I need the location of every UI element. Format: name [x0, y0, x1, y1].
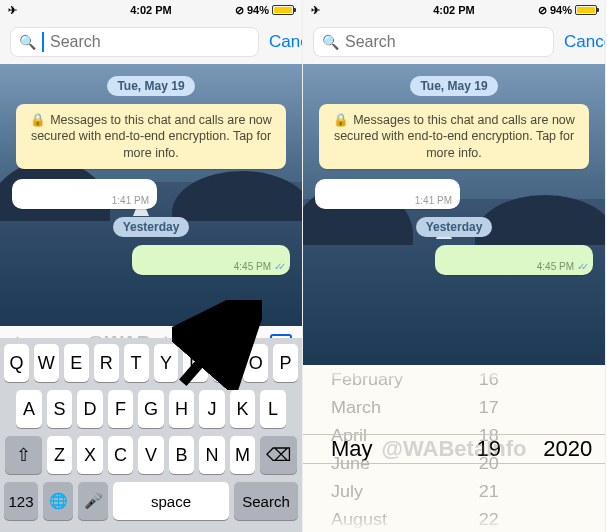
key-b[interactable]: B — [169, 436, 195, 474]
key-s[interactable]: S — [47, 390, 73, 428]
key-k[interactable]: K — [230, 390, 256, 428]
key-z[interactable]: Z — [47, 436, 73, 474]
key-j[interactable]: J — [199, 390, 225, 428]
picker-item[interactable]: June — [331, 449, 387, 476]
picker-item[interactable]: 20 — [479, 449, 499, 476]
encryption-text: Messages to this chat and calls are now … — [334, 113, 575, 160]
key-q[interactable]: Q — [4, 344, 29, 382]
key-y[interactable]: Y — [154, 344, 179, 382]
message-time: 1:41 PM — [415, 195, 452, 206]
key-d[interactable]: D — [77, 390, 103, 428]
numbers-key[interactable]: 123 — [4, 482, 38, 520]
picker-year-wheel[interactable]: 2020 — [530, 365, 605, 532]
rotation-lock-icon: ⊘ — [235, 4, 244, 17]
outgoing-message[interactable]: 4:45 PM✓✓ — [132, 245, 290, 275]
outgoing-message[interactable]: 4:45 PM✓✓ — [435, 245, 593, 275]
chat-area[interactable]: Tue, May 19 🔒Messages to this chat and c… — [303, 64, 605, 365]
key-m[interactable]: M — [230, 436, 256, 474]
search-field[interactable]: 🔍 — [10, 27, 259, 57]
read-ticks-icon: ✓✓ — [577, 261, 585, 272]
cancel-button[interactable]: Cancel — [269, 32, 303, 52]
airplane-mode-icon: ✈ — [8, 4, 22, 17]
search-icon: 🔍 — [19, 34, 36, 50]
message-time: 4:45 PM — [537, 261, 574, 272]
key-e[interactable]: E — [64, 344, 89, 382]
rotation-lock-icon: ⊘ — [538, 4, 547, 17]
shift-key[interactable]: ⇧ — [5, 436, 42, 474]
picker-day-wheel[interactable]: 161718 19 202122 — [447, 365, 530, 532]
incoming-message[interactable]: 1:41 PM — [315, 179, 460, 209]
key-x[interactable]: X — [77, 436, 103, 474]
encryption-notice[interactable]: 🔒Messages to this chat and calls are now… — [16, 104, 286, 169]
globe-key[interactable]: 🌐 — [43, 482, 73, 520]
key-c[interactable]: C — [108, 436, 134, 474]
text-cursor — [42, 32, 44, 52]
lock-icon: 🔒 — [333, 113, 349, 127]
search-icon: 🔍 — [322, 34, 339, 50]
battery-percent: 94% — [247, 4, 269, 16]
search-key[interactable]: Search — [234, 482, 298, 520]
key-g[interactable]: G — [138, 390, 164, 428]
date-header: Tue, May 19 — [107, 76, 194, 96]
encryption-notice[interactable]: 🔒Messages to this chat and calls are now… — [319, 104, 589, 169]
key-a[interactable]: A — [16, 390, 42, 428]
key-n[interactable]: N — [199, 436, 225, 474]
picker-item[interactable]: March — [331, 393, 403, 420]
lock-icon: 🔒 — [30, 113, 46, 127]
cancel-button[interactable]: Cancel — [564, 32, 606, 52]
key-r[interactable]: R — [94, 344, 119, 382]
backspace-key[interactable]: ⌫ — [260, 436, 297, 474]
encryption-text: Messages to this chat and calls are now … — [31, 113, 272, 160]
search-input[interactable] — [345, 33, 545, 51]
key-o[interactable]: O — [243, 344, 268, 382]
key-w[interactable]: W — [34, 344, 59, 382]
key-v[interactable]: V — [138, 436, 164, 474]
screen-keyboard-variant: ✈ 4:02 PM ⊘ 94% 🔍 Cancel Tue, May 19 🔒Me… — [0, 0, 303, 532]
message-time: 4:45 PM — [234, 261, 271, 272]
screen-datepicker-variant: ✈ 4:02 PM ⊘ 94% 🔍 Cancel Tue, May 19 🔒Me… — [303, 0, 606, 532]
search-bar: 🔍 Cancel — [303, 20, 605, 64]
search-input[interactable] — [50, 33, 250, 51]
status-bar: ✈ 4:02 PM ⊘ 94% — [0, 0, 302, 20]
status-time: 4:02 PM — [130, 4, 172, 16]
key-h[interactable]: H — [169, 390, 195, 428]
search-field[interactable]: 🔍 — [313, 27, 554, 57]
key-t[interactable]: T — [124, 344, 149, 382]
message-time: 1:41 PM — [112, 195, 149, 206]
chat-area[interactable]: Tue, May 19 🔒Messages to this chat and c… — [0, 64, 302, 326]
mic-key[interactable]: 🎤 — [78, 482, 108, 520]
battery-icon — [575, 5, 597, 15]
date-header-yesterday: Yesterday — [416, 217, 493, 237]
picker-item[interactable]: 17 — [479, 393, 499, 420]
battery-percent: 94% — [550, 4, 572, 16]
space-key[interactable]: space — [113, 482, 229, 520]
ios-keyboard[interactable]: QWERTYUIOP ASDFGHJKL ⇧ ZXCVBNM ⌫ 123 🌐 🎤… — [0, 338, 302, 532]
airplane-mode-icon: ✈ — [311, 4, 325, 17]
picker-month-wheel[interactable]: FebruaryMarchApril May JuneJulyAugust — [303, 365, 447, 532]
date-header-yesterday: Yesterday — [113, 217, 190, 237]
key-l[interactable]: L — [260, 390, 286, 428]
picker-year-selected: 2020 — [530, 434, 605, 464]
date-picker[interactable]: FebruaryMarchApril May JuneJulyAugust 16… — [303, 365, 605, 532]
key-f[interactable]: F — [108, 390, 134, 428]
key-u[interactable]: U — [183, 344, 208, 382]
battery-icon — [272, 5, 294, 15]
status-bar: ✈ 4:02 PM ⊘ 94% — [303, 0, 605, 20]
key-i[interactable]: I — [213, 344, 238, 382]
picker-item[interactable]: 21 — [479, 477, 499, 504]
date-header: Tue, May 19 — [410, 76, 497, 96]
picker-item[interactable]: July — [331, 477, 387, 504]
search-bar: 🔍 Cancel — [0, 20, 302, 64]
incoming-message[interactable]: 1:41 PM — [12, 179, 157, 209]
read-ticks-icon: ✓✓ — [274, 261, 282, 272]
status-time: 4:02 PM — [433, 4, 475, 16]
key-p[interactable]: P — [273, 344, 298, 382]
